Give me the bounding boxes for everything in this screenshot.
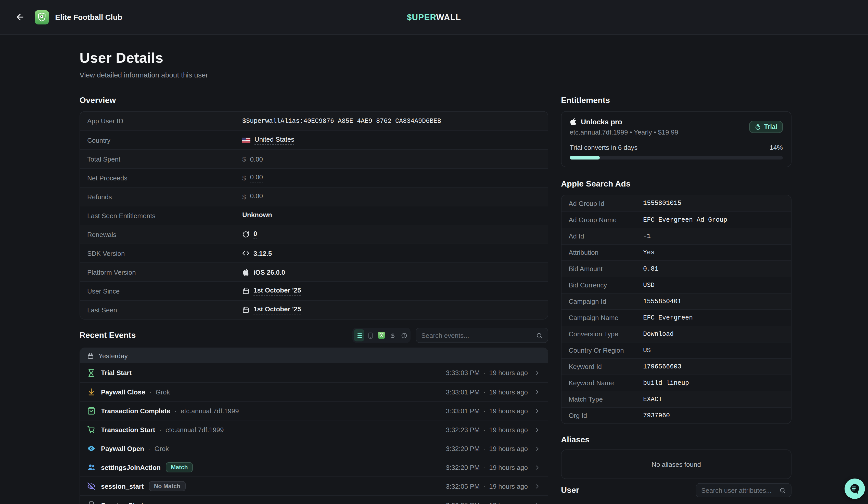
info-icon bbox=[401, 332, 407, 339]
user-attributes-search-input[interactable] bbox=[701, 486, 775, 494]
entitlement-card: Unlocks pro etc.annual.7df.1999 • Yearly… bbox=[561, 111, 792, 167]
overview-row: SDK Version3.12.5 bbox=[80, 244, 548, 262]
chat-support-button[interactable] bbox=[845, 479, 865, 499]
event-relative-time: 19 hours ago bbox=[489, 426, 528, 433]
row-value-text: United States bbox=[255, 136, 294, 145]
row-value: iOS 26.0.0 bbox=[242, 268, 285, 276]
row-value: build lineup bbox=[643, 379, 689, 387]
row-value: 7937960 bbox=[643, 412, 670, 419]
row-value-text: EFC Evergreen Ad Group bbox=[643, 216, 727, 223]
event-subtitle: Grok bbox=[155, 445, 169, 452]
row-label: Country bbox=[87, 136, 242, 144]
event-meta: 3:33:01 PM·19 hours ago bbox=[446, 407, 541, 414]
chevron-right-icon bbox=[534, 445, 540, 452]
events-list: Yesterday Trial Start3:33:03 PM·19 hours… bbox=[80, 348, 548, 504]
event-meta: 3:32:20 PM·19 hours ago bbox=[446, 445, 541, 452]
trial-percent: 14% bbox=[769, 144, 783, 151]
row-label: Platform Version bbox=[87, 268, 242, 276]
event-meta: 3:32:05 PM·19 hours ago bbox=[446, 482, 541, 490]
back-button[interactable] bbox=[12, 9, 28, 25]
asa-row: Bid CurrencyUSD bbox=[561, 277, 791, 293]
app-filter-button[interactable] bbox=[376, 329, 386, 342]
row-value-text: Yes bbox=[643, 249, 654, 256]
dot-separator: · bbox=[149, 388, 152, 396]
event-row[interactable]: settingsJoinActionMatch3:32:20 PM·19 hou… bbox=[80, 458, 548, 476]
back-arrow-icon bbox=[15, 12, 25, 22]
event-time: 3:32:05 PM bbox=[446, 482, 480, 490]
row-value: United States bbox=[242, 136, 294, 145]
event-row[interactable]: session_startNo Match3:32:05 PM·19 hours… bbox=[80, 476, 548, 495]
event-name: Paywall Close bbox=[101, 388, 145, 396]
main-content: User Details View detailed information a… bbox=[0, 35, 792, 504]
row-value: -1 bbox=[643, 233, 651, 240]
shopping-bag-icon bbox=[87, 407, 95, 415]
event-row[interactable]: Transaction Start·etc.annual.7df.19993:3… bbox=[80, 420, 548, 439]
left-column: Overview App User ID$SuperwallAlias:40EC… bbox=[80, 96, 548, 504]
asa-row: Campaign Id1555850401 bbox=[561, 293, 791, 309]
dot-separator: · bbox=[484, 445, 486, 452]
event-meta: 3:32:05 PM·19 hours ago bbox=[446, 501, 541, 504]
currency-prefix: $ bbox=[242, 174, 246, 182]
event-row[interactable]: Trial Start3:33:03 PM·19 hours ago bbox=[80, 363, 548, 382]
chevron-right-icon bbox=[534, 369, 540, 376]
row-label: Refunds bbox=[87, 193, 242, 200]
dot-separator: · bbox=[484, 501, 486, 504]
entitlement-info: Unlocks pro etc.annual.7df.1999 • Yearly… bbox=[570, 118, 678, 136]
row-label: Conversion Type bbox=[569, 330, 643, 338]
device-filter-button[interactable] bbox=[365, 329, 375, 342]
asa-row: Campaign NameEFC Evergreen bbox=[561, 309, 791, 326]
calendar-icon bbox=[242, 287, 249, 295]
row-label: Country Or Region bbox=[569, 347, 643, 354]
app-logo-icon bbox=[35, 10, 49, 24]
row-value-text: 1st October '25 bbox=[254, 305, 301, 314]
row-label: Campaign Name bbox=[569, 314, 643, 322]
dot-separator: · bbox=[484, 463, 486, 471]
event-row[interactable]: Paywall Open·Grok3:32:20 PM·19 hours ago bbox=[80, 439, 548, 458]
event-row[interactable]: Paywall Close·Grok3:33:01 PM·19 hours ag… bbox=[80, 382, 548, 401]
chevron-right-icon bbox=[534, 464, 540, 471]
row-value: EXACT bbox=[643, 396, 662, 403]
row-value-text: 3.12.5 bbox=[254, 250, 272, 257]
row-label: Last Seen bbox=[87, 306, 242, 314]
overview-row: Refunds$0.00 bbox=[80, 187, 548, 206]
trial-badge-label: Trial bbox=[764, 123, 777, 130]
app-name: Elite Football Club bbox=[55, 13, 122, 21]
event-time: 3:33:01 PM bbox=[446, 407, 480, 414]
event-row[interactable]: Transaction Complete·etc.annual.7df.1999… bbox=[80, 401, 548, 420]
page-subtitle: View detailed information about this use… bbox=[80, 71, 792, 79]
row-label: Ad Id bbox=[569, 232, 643, 240]
trial-progress-fill bbox=[570, 156, 599, 159]
arrow-down-to-line-icon bbox=[87, 388, 95, 396]
top-bar: Elite Football Club $UPERWALL bbox=[0, 0, 868, 35]
row-value: 0 bbox=[242, 230, 257, 239]
row-value-text: 0 bbox=[254, 230, 257, 239]
row-value-text: EXACT bbox=[643, 396, 662, 403]
row-label: User Since bbox=[87, 287, 242, 295]
list-view-button[interactable] bbox=[354, 329, 364, 342]
logo-rest-text: WALL bbox=[436, 12, 461, 21]
events-search-input[interactable] bbox=[421, 332, 532, 339]
timer-icon bbox=[755, 124, 761, 130]
event-row[interactable]: Session Start3:32:05 PM·19 hours ago bbox=[80, 495, 548, 504]
right-column: Entitlements Unlocks pro etc.annual.7df.… bbox=[561, 96, 792, 497]
event-badge: Match bbox=[166, 462, 193, 472]
overview-rows: App User ID$SuperwallAlias:40EC9876-A85E… bbox=[80, 112, 548, 319]
info-filter-button[interactable] bbox=[399, 329, 409, 342]
row-value-text: Download bbox=[643, 330, 674, 338]
row-label: App User ID bbox=[87, 117, 242, 125]
dot-separator: · bbox=[174, 407, 177, 414]
currency-prefix: $ bbox=[242, 193, 246, 200]
row-label: Ad Group Name bbox=[569, 216, 643, 224]
dot-separator: · bbox=[484, 369, 486, 377]
eye-icon bbox=[87, 444, 95, 452]
revenue-filter-button[interactable] bbox=[388, 329, 398, 342]
event-name: session_start bbox=[101, 482, 144, 490]
row-label: Bid Amount bbox=[569, 265, 643, 273]
row-value-text: 0.00 bbox=[250, 155, 263, 163]
dot-separator: · bbox=[159, 426, 162, 433]
event-name: Transaction Start bbox=[101, 426, 155, 433]
event-relative-time: 19 hours ago bbox=[489, 501, 528, 504]
asa-row: Conversion TypeDownload bbox=[561, 326, 791, 342]
row-value-text: 0.00 bbox=[250, 173, 263, 182]
row-value: $0.00 bbox=[242, 155, 263, 163]
